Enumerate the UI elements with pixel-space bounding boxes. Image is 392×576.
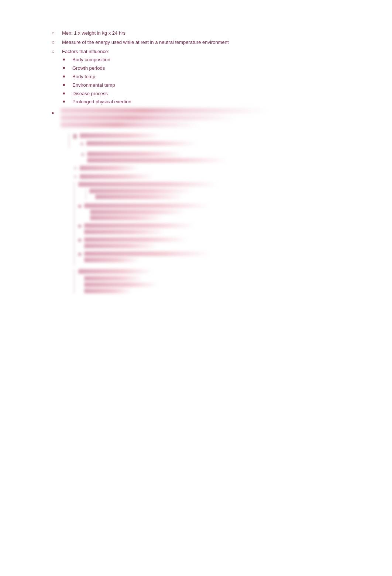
main-content: Men: 1 x weight in kg x 24 hrs Measure o… — [52, 30, 329, 293]
body-composition-label: Body composition — [72, 57, 110, 62]
list-item-measure: Measure of the energy used while at rest… — [52, 39, 329, 46]
growth-periods-label: Growth periods — [72, 65, 105, 71]
measure-text: Measure of the energy used while at rest… — [62, 39, 229, 45]
prolonged-exertion-label: Prolonged physical exertion — [72, 99, 131, 104]
factors-sublist: Body composition Growth periods Body tem… — [62, 56, 329, 106]
blurred-tree-section — [52, 133, 329, 293]
men-text: Men: 1 x weight in kg x 24 hrs — [62, 30, 125, 36]
factor-prolonged-exertion: Prolonged physical exertion — [62, 98, 329, 106]
factor-disease-process: Disease process — [62, 90, 329, 98]
factor-body-composition: Body composition — [62, 56, 329, 64]
blurred-text-block — [61, 108, 329, 127]
body-temp-label: Body temp — [72, 74, 95, 79]
factor-environmental-temp: Environmental temp — [62, 82, 329, 89]
disease-process-label: Disease process — [72, 91, 108, 96]
factor-growth-periods: Growth periods — [62, 65, 329, 72]
list-item-factors: Factors that influence: Body composition… — [52, 48, 329, 106]
environmental-temp-label: Environmental temp — [72, 82, 115, 88]
main-bullet-list — [52, 108, 329, 127]
list-item-men: Men: 1 x weight in kg x 24 hrs — [52, 30, 329, 37]
main-bullet-item — [52, 108, 329, 127]
factors-text: Factors that influence: — [62, 49, 109, 54]
factor-body-temp: Body temp — [62, 73, 329, 81]
outer-list: Men: 1 x weight in kg x 24 hrs Measure o… — [52, 30, 329, 106]
